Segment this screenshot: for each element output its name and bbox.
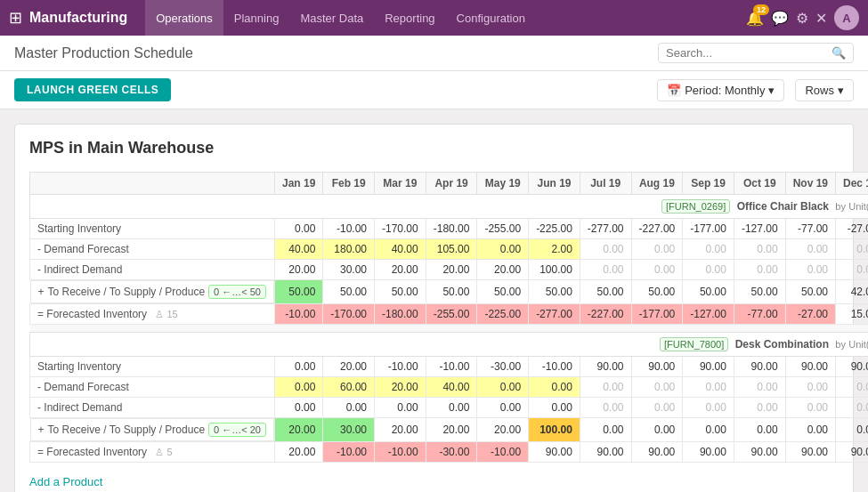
p1-si-oct: -127.00 [734,219,785,239]
p2-df-jan[interactable]: 0.00 [274,377,322,398]
p1-tr-nov[interactable]: 50.00 [785,280,835,304]
search-input[interactable] [666,46,831,60]
p2-forecasted-inventory-label: = Forecasted Inventory ♙ 5 [30,442,275,463]
p1-tr-mar[interactable]: 50.00 [375,280,426,304]
p1-fi-dec: 15.00 [836,304,869,325]
search-box[interactable]: 🔍 [658,43,854,63]
p2-id-may: 0.00 [477,398,529,418]
p1-df-sep: 0.00 [683,239,734,260]
p2-tr-jul[interactable]: 0.00 [580,418,631,442]
p2-tr-may[interactable]: 20.00 [477,418,529,442]
add-product-link[interactable]: Add a Product [29,475,102,488]
nav-master-data[interactable]: Master Data [289,0,374,36]
p2-si-apr: -10.00 [426,357,477,377]
p2-id-dec: 0.00 [836,398,869,418]
p2-tr-apr[interactable]: 20.00 [426,418,477,442]
launch-green-cells-button[interactable]: LAUNCH GREEN CELLS [14,78,171,101]
p2-id-jun: 0.00 [529,398,580,418]
product1-name: Office Chair Black [737,200,829,213]
p2-tr-aug[interactable]: 0.00 [631,418,683,442]
p1-df-mar[interactable]: 40.00 [375,239,426,260]
p2-df-feb[interactable]: 60.00 [323,377,375,398]
p1-si-jun: -225.00 [529,219,580,239]
p2-starting-inventory-label: Starting Inventory [30,357,275,377]
p2-to-receive-row: + To Receive / To Supply / Produce 0 ←…<… [30,418,869,442]
p1-si-jul: -277.00 [580,219,631,239]
p2-tr-oct[interactable]: 0.00 [734,418,785,442]
p2-tr-jan[interactable]: 20.00 [274,418,322,442]
nav-operations[interactable]: Operations [145,0,223,36]
p1-df-apr[interactable]: 105.00 [426,239,477,260]
p1-tr-jun[interactable]: 50.00 [529,280,580,304]
navbar-right: 🔔 12 💬 ⚙ ✕ A [746,5,859,30]
p2-si-may: -30.00 [477,357,529,377]
nav-planning[interactable]: Planning [223,0,290,36]
p1-demand-forecast-label: - Demand Forecast [30,239,275,260]
p1-tr-dec[interactable]: 42.00 [836,280,869,304]
p2-tr-sep[interactable]: 0.00 [683,418,734,442]
p2-si-sep: 90.00 [683,357,734,377]
p1-fi-aug: -177.00 [631,304,683,325]
p2-fi-mar: -10.00 [375,442,426,463]
p1-id-apr: 20.00 [426,260,477,280]
period-label: Period: Monthly [685,84,765,97]
p1-tr-apr[interactable]: 50.00 [426,280,477,304]
p2-tr-feb[interactable]: 30.00 [323,418,375,442]
p1-tr-may[interactable]: 50.00 [477,280,529,304]
p2-fi-jan: 20.00 [274,442,322,463]
p2-df-jun[interactable]: 0.00 [529,377,580,398]
col-aug: Aug 19 [631,173,683,195]
p1-tr-oct[interactable]: 50.00 [734,280,785,304]
p1-id-mar: 20.00 [375,260,426,280]
navbar: ⊞ Manufacturing Operations Planning Mast… [0,0,868,36]
p1-id-nov: 0.00 [785,260,835,280]
p2-si-oct: 90.00 [734,357,785,377]
p1-tr-feb[interactable]: 50.00 [323,280,375,304]
p2-si-aug: 90.00 [631,357,683,377]
p1-si-aug: -227.00 [631,219,683,239]
p1-df-feb[interactable]: 180.00 [323,239,375,260]
p1-tr-jan[interactable]: 50.00 [274,280,322,304]
p2-df-may[interactable]: 0.00 [477,377,529,398]
notification-badge: 12 [753,4,769,15]
p1-si-dec: -27.00 [836,219,869,239]
rows-dropdown[interactable]: Rows ▾ [795,79,854,101]
p2-demand-forecast-label: - Demand Forecast [30,377,275,398]
settings-icon[interactable]: ⚙ [796,10,808,27]
p2-tr-nov[interactable]: 0.00 [785,418,835,442]
p1-si-feb: -10.00 [323,219,375,239]
p1-df-may[interactable]: 0.00 [477,239,529,260]
notification-icon[interactable]: 🔔 12 [746,10,764,27]
avatar[interactable]: A [834,5,859,30]
chat-icon[interactable]: 💬 [771,10,789,27]
period-dropdown[interactable]: 📅 Period: Monthly ▾ [657,79,784,101]
p1-tr-aug[interactable]: 50.00 [631,280,683,304]
p1-id-aug: 0.00 [631,260,683,280]
p2-fi-feb: -10.00 [323,442,375,463]
p1-id-jun: 100.00 [529,260,580,280]
col-apr: Apr 19 [426,173,477,195]
close-icon[interactable]: ✕ [815,10,827,27]
p2-indirect-demand-label: - Indirect Demand [30,398,275,418]
col-oct: Oct 19 [734,173,785,195]
p1-id-feb: 30.00 [323,260,375,280]
p1-tr-jul[interactable]: 50.00 [580,280,631,304]
p2-tr-jun[interactable]: 100.00 [529,418,580,442]
col-feb: Feb 19 [323,173,375,195]
p1-df-jan[interactable]: 40.00 [274,239,322,260]
p1-tr-sep[interactable]: 50.00 [683,280,734,304]
p2-df-mar[interactable]: 20.00 [375,377,426,398]
p1-id-jul: 0.00 [580,260,631,280]
p2-id-nov: 0.00 [785,398,835,418]
p2-df-apr[interactable]: 40.00 [426,377,477,398]
nav-configuration[interactable]: Configuration [446,0,536,36]
p2-tr-dec[interactable]: 0.00 [836,418,869,442]
nav-reporting[interactable]: Reporting [374,0,445,36]
p1-demand-forecast-row: - Demand Forecast 40.00 180.00 40.00 105… [30,239,869,260]
p2-fi-jun: 90.00 [529,442,580,463]
p2-starting-inventory-row: Starting Inventory 0.00 20.00 -10.00 -10… [30,357,869,377]
grid-icon[interactable]: ⊞ [9,8,22,28]
p1-df-jun[interactable]: 2.00 [529,239,580,260]
p1-forecasted-inventory-label: = Forecasted Inventory ♙ 15 [30,304,275,325]
p2-tr-mar[interactable]: 20.00 [375,418,426,442]
